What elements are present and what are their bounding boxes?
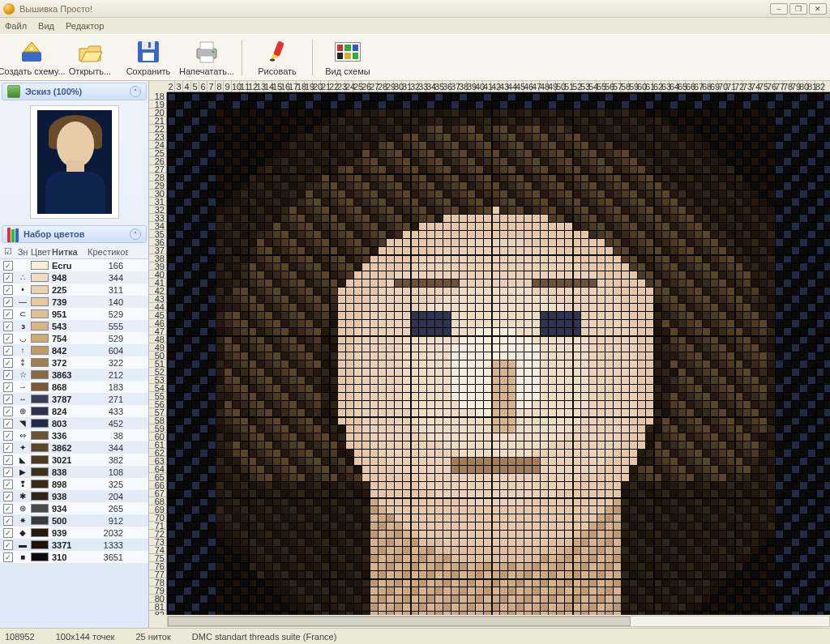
palette-row[interactable]: ✓⊛934265 bbox=[0, 502, 148, 514]
col-count[interactable]: Крестиков bbox=[88, 247, 128, 257]
row-checkbox[interactable]: ✓ bbox=[3, 419, 13, 429]
palette-icon bbox=[7, 226, 20, 242]
status-total: 108952 bbox=[5, 632, 35, 642]
row-count: 344 bbox=[88, 273, 128, 283]
palette-row[interactable]: ✓ɜ543555 bbox=[0, 320, 148, 332]
col-color[interactable]: Цвет bbox=[31, 247, 52, 257]
row-checkbox[interactable]: ✓ bbox=[3, 273, 13, 283]
col-enable-icon[interactable]: ☑ bbox=[2, 246, 15, 257]
palette-row[interactable]: ✓■3103651 bbox=[0, 551, 148, 563]
palette-row[interactable]: ✓◡754529 bbox=[0, 332, 148, 344]
palette-row[interactable]: ✓⇔33638 bbox=[0, 429, 148, 441]
row-count: 325 bbox=[88, 480, 128, 489]
palette-row[interactable]: ✓—739140 bbox=[0, 296, 148, 308]
row-checkbox[interactable]: ✓ bbox=[3, 528, 13, 538]
row-thread: Ecru bbox=[52, 261, 88, 271]
row-thread: 543 bbox=[52, 322, 88, 331]
row-checkbox[interactable]: ✓ bbox=[3, 407, 13, 416]
row-checkbox[interactable]: ✓ bbox=[3, 395, 13, 404]
svg-point-11 bbox=[270, 59, 275, 62]
row-checkbox[interactable]: ✓ bbox=[3, 552, 13, 562]
row-checkbox[interactable]: ✓ bbox=[3, 504, 13, 514]
palette-row[interactable]: ✓→868183 bbox=[0, 381, 148, 393]
row-count: 2032 bbox=[88, 528, 128, 538]
palette-row[interactable]: ✓◆9392032 bbox=[0, 527, 148, 539]
row-checkbox[interactable]: ✓ bbox=[3, 492, 13, 501]
row-checkbox[interactable]: ✓ bbox=[3, 370, 13, 380]
row-swatch bbox=[31, 552, 49, 561]
row-swatch bbox=[31, 407, 49, 416]
pattern-grid[interactable] bbox=[167, 92, 830, 615]
row-swatch bbox=[31, 419, 49, 428]
scrollbar-horizontal[interactable] bbox=[167, 615, 830, 628]
row-count: 212 bbox=[88, 370, 128, 380]
row-count: 555 bbox=[88, 322, 128, 331]
row-checkbox[interactable]: ✓ bbox=[3, 346, 13, 356]
draw-label: Рисовать bbox=[258, 66, 297, 76]
palette-row[interactable]: ✓◣3021382 bbox=[0, 454, 148, 466]
row-checkbox[interactable]: ✓ bbox=[3, 334, 13, 343]
row-checkbox[interactable]: ✓ bbox=[3, 285, 13, 295]
menu-file[interactable]: Файл bbox=[5, 21, 27, 31]
palette-row[interactable]: ✓▬33711333 bbox=[0, 539, 148, 551]
row-checkbox[interactable]: ✓ bbox=[3, 516, 13, 526]
sketch-panel-header[interactable]: Эскиз (100%) ˄ bbox=[2, 83, 147, 100]
row-checkbox[interactable]: ✓ bbox=[3, 358, 13, 368]
row-count: 382 bbox=[88, 455, 128, 465]
palette-row[interactable]: ✓↔3787271 bbox=[0, 393, 148, 405]
palette-row[interactable]: ✓✷500912 bbox=[0, 514, 148, 527]
row-checkbox[interactable]: ✓ bbox=[3, 382, 13, 392]
close-button[interactable]: ✕ bbox=[809, 3, 827, 15]
menu-view[interactable]: Вид bbox=[38, 21, 54, 31]
row-checkbox[interactable]: ✓ bbox=[3, 540, 13, 550]
draw-button[interactable]: Рисовать bbox=[249, 36, 306, 79]
create-icon bbox=[19, 39, 45, 65]
palette-row[interactable]: ✓‡372322 bbox=[0, 356, 148, 369]
palette-table: ✓Ecru166✓∴948344✓•225311✓—739140✓⊂951529… bbox=[0, 259, 148, 628]
palette-row[interactable]: ✓❢898325 bbox=[0, 478, 148, 490]
palette-row[interactable]: ✓☆3863212 bbox=[0, 369, 148, 381]
palette-row[interactable]: ✓⊂951529 bbox=[0, 308, 148, 320]
row-thread: 803 bbox=[52, 419, 88, 429]
palette-row[interactable]: ✓∴948344 bbox=[0, 271, 148, 284]
row-thread: 336 bbox=[52, 431, 88, 441]
row-count: 108 bbox=[88, 467, 128, 477]
row-checkbox[interactable]: ✓ bbox=[3, 455, 13, 465]
row-swatch bbox=[31, 309, 49, 318]
row-thread: 310 bbox=[52, 552, 88, 562]
palette-row[interactable]: ✓•225311 bbox=[0, 284, 148, 296]
row-checkbox[interactable]: ✓ bbox=[3, 480, 13, 489]
row-checkbox[interactable]: ✓ bbox=[3, 467, 13, 477]
palette-row[interactable]: ✓⊕824433 bbox=[0, 405, 148, 417]
collapse-icon[interactable]: ˄ bbox=[130, 228, 141, 240]
row-checkbox[interactable]: ✓ bbox=[3, 322, 13, 331]
col-thread[interactable]: Нитка bbox=[52, 247, 88, 257]
palette-row[interactable]: ✓↑842604 bbox=[0, 344, 148, 356]
row-symbol: ❢ bbox=[15, 480, 31, 488]
menu-editor[interactable]: Редактор bbox=[66, 21, 104, 31]
row-count: 183 bbox=[88, 382, 128, 392]
collapse-icon[interactable]: ˄ bbox=[130, 86, 141, 97]
print-button[interactable]: Напечатать... bbox=[178, 36, 235, 79]
sketch-thumbnail[interactable] bbox=[30, 105, 119, 219]
scheme-view-button[interactable]: Вид схемы bbox=[319, 36, 376, 79]
palette-row[interactable]: ✓✦3862344 bbox=[0, 441, 148, 454]
palette-row[interactable]: ✓◥803452 bbox=[0, 417, 148, 429]
row-symbol: ↑ bbox=[15, 346, 31, 355]
row-checkbox[interactable]: ✓ bbox=[3, 261, 13, 271]
palette-row[interactable]: ✓✱938204 bbox=[0, 490, 148, 502]
open-button[interactable]: Открыть... bbox=[62, 36, 118, 79]
row-checkbox[interactable]: ✓ bbox=[3, 431, 13, 441]
row-checkbox[interactable]: ✓ bbox=[3, 443, 13, 453]
palette-row[interactable]: ✓Ecru166 bbox=[0, 259, 148, 271]
palette-panel-header[interactable]: Набор цветов ˄ bbox=[2, 225, 147, 243]
maximize-button[interactable]: ❐ bbox=[789, 3, 807, 15]
palette-row[interactable]: ✓▶838108 bbox=[0, 466, 148, 478]
col-symbol[interactable]: Зн bbox=[15, 247, 31, 257]
row-symbol: ⊕ bbox=[15, 407, 31, 416]
create-scheme-button[interactable]: Создать схему... bbox=[3, 36, 60, 79]
row-checkbox[interactable]: ✓ bbox=[3, 309, 13, 319]
save-button[interactable]: Сохранить bbox=[120, 36, 177, 79]
minimize-button[interactable]: – bbox=[770, 3, 788, 15]
row-checkbox[interactable]: ✓ bbox=[3, 297, 13, 307]
